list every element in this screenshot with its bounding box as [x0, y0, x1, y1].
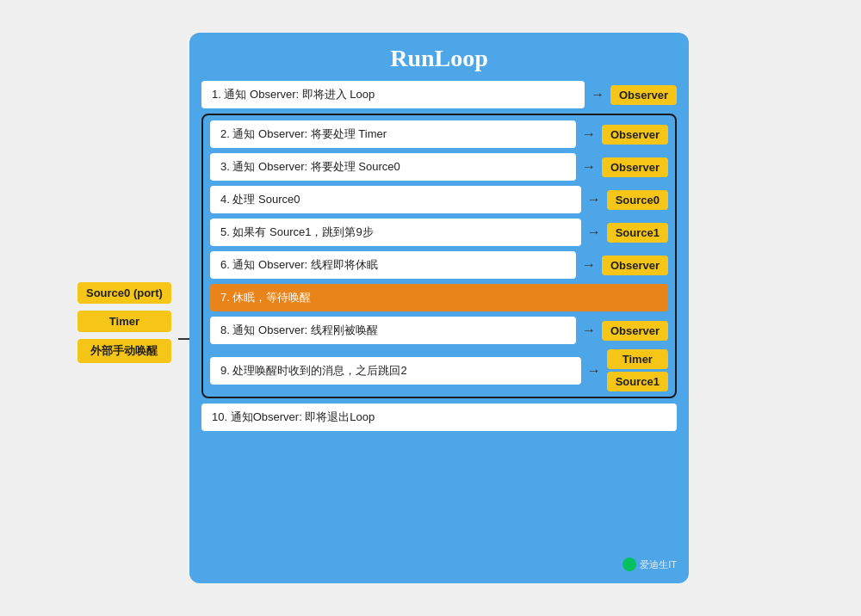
- badge-observer-1: Observer: [610, 85, 677, 105]
- runloop-box: RunLoop 1. 通知 Observer: 即将进入 Loop → Obse…: [189, 33, 689, 583]
- step-row-10: 10. 通知Observer: 即将退出Loop: [201, 403, 677, 431]
- source0-port-label: Source0 (port): [77, 282, 171, 304]
- watermark-text: 爱迪生IT: [640, 558, 677, 571]
- step6-box: 6. 通知 Observer: 线程即将休眠: [210, 251, 576, 279]
- step4-box: 4. 处理 Source0: [210, 186, 581, 213]
- step5-box: 5. 如果有 Source1，跳到第9步: [210, 219, 581, 246]
- arrow-3: →: [576, 159, 602, 175]
- step10-box: 10. 通知Observer: 即将退出Loop: [201, 403, 677, 431]
- arrow-1: →: [585, 87, 610, 102]
- arrow-6: →: [576, 257, 602, 273]
- badge-observer-8: Observer: [602, 321, 668, 341]
- badge-observer-2: Observer: [602, 125, 668, 145]
- arrow-9: →: [581, 363, 607, 379]
- step8-box: 8. 通知 Observer: 线程刚被唤醒: [210, 317, 576, 344]
- step-row-2: 2. 通知 Observer: 将要处理 Timer → Observer: [210, 120, 668, 148]
- inner-loop-box: 2. 通知 Observer: 将要处理 Timer → Observer 3.…: [201, 114, 677, 398]
- arrow-2: →: [576, 126, 602, 142]
- step-row-3: 3. 通知 Observer: 将要处理 Source0 → Observer: [210, 153, 668, 181]
- step1-box: 1. 通知 Observer: 即将进入 Loop: [201, 81, 585, 108]
- step-row-8: 8. 通知 Observer: 线程刚被唤醒 → Observer: [210, 317, 668, 344]
- diagram-container: Source0 (port) Timer 外部手动唤醒 RunLoop 1. 通…: [77, 24, 784, 592]
- step-row-7: 7. 休眠，等待唤醒: [210, 284, 668, 311]
- step-row-6: 6. 通知 Observer: 线程即将休眠 → Observer: [210, 251, 668, 279]
- step-row-1: 1. 通知 Observer: 即将进入 Loop → Observer: [201, 81, 677, 108]
- step7-box: 7. 休眠，等待唤醒: [210, 284, 668, 311]
- badge-source1: Source1: [607, 223, 668, 243]
- runloop-title: RunLoop: [201, 45, 677, 72]
- wakeup-label: 外部手动唤醒: [77, 339, 171, 363]
- wechat-icon: [623, 557, 636, 571]
- watermark: 爱迪生IT: [623, 557, 677, 571]
- arrow-5: →: [581, 225, 607, 240]
- badge-source1-9: Source1: [607, 372, 668, 391]
- step3-box: 3. 通知 Observer: 将要处理 Source0: [210, 153, 576, 181]
- step9-box: 9. 处理唤醒时收到的消息，之后跳回2: [210, 357, 581, 385]
- badge-observer-6: Observer: [602, 256, 668, 275]
- arrow-line: [178, 338, 190, 340]
- badge-observer-3: Observer: [602, 157, 668, 177]
- timer-label: Timer: [77, 311, 171, 332]
- step-row-9: 9. 处理唤醒时收到的消息，之后跳回2 → Timer Source1: [210, 349, 668, 391]
- badge-timer-9: Timer: [607, 349, 668, 369]
- badge-source0: Source0: [607, 190, 668, 210]
- step-row-5: 5. 如果有 Source1，跳到第9步 → Source1: [210, 219, 668, 246]
- left-labels: Source0 (port) Timer 外部手动唤醒: [77, 282, 171, 363]
- arrow-4: →: [581, 192, 607, 207]
- arrow-8: →: [576, 323, 602, 338]
- badge-stack-9: Timer Source1: [607, 349, 668, 391]
- step2-box: 2. 通知 Observer: 将要处理 Timer: [210, 120, 576, 148]
- step-row-4: 4. 处理 Source0 → Source0: [210, 186, 668, 213]
